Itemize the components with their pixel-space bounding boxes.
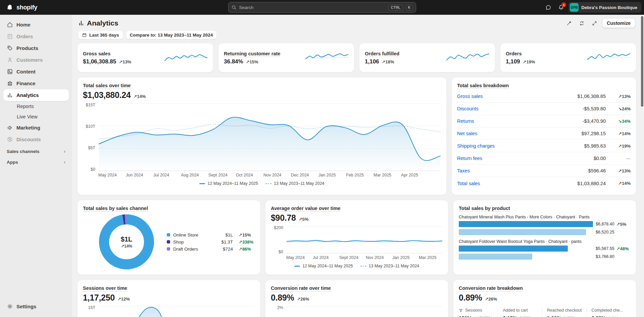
- x-axis-label: Jun 2024: [126, 173, 143, 177]
- card-title: Conversion rate over time: [271, 285, 331, 292]
- metric-value: 0.89%: [459, 293, 482, 303]
- sidebar-item-marketing[interactable]: Marketing: [3, 122, 69, 134]
- insights-button[interactable]: [564, 18, 574, 28]
- chat-button[interactable]: [543, 2, 554, 13]
- shopify-wordmark: shopify: [16, 4, 37, 11]
- search-input[interactable]: [239, 5, 386, 10]
- table-row: Total sales$1,03,880.24↗14%: [457, 177, 631, 190]
- filter-bar: Last 365 days Compare to: 13 May 2023–11…: [78, 31, 635, 39]
- x-axis: May 2024Jun 2024Jul 2024Aug 2024Sept 202…: [98, 173, 441, 179]
- notifications-button[interactable]: 1: [556, 2, 566, 13]
- aov-line-chart: [286, 225, 443, 254]
- kpi-card-orders[interactable]: Orders 1,109↗19%: [500, 43, 636, 72]
- global-search[interactable]: CTRL K: [228, 2, 416, 13]
- kpi-card-gross-sales[interactable]: Gross sales $1,06,308.85↗13%: [78, 43, 213, 72]
- metric-value: 0.89%: [271, 293, 294, 303]
- product-label: Chatoyant Mineral Wash Plus Pants - More…: [459, 215, 631, 219]
- sidebar-group-sales-channels[interactable]: Sales channels ›: [3, 145, 69, 156]
- x-axis-label: Dec 2024: [291, 173, 309, 177]
- sidebar-item-label: Home: [16, 22, 31, 28]
- conversion-funnel: Sessions 100%1,17,250 Added to cart 3.15…: [459, 308, 631, 317]
- legend-swatch: [167, 247, 170, 251]
- current-period-swatch: [294, 266, 300, 267]
- date-range-filter[interactable]: Last 365 days: [78, 31, 123, 39]
- cell-value: -$5,539.80: [583, 106, 606, 111]
- card-title: Total sales by product: [459, 206, 510, 212]
- breakdown-table: Gross sales$1,06,308.85↗13% Discounts-$5…: [457, 90, 631, 190]
- x-axis-label: Nov 2024: [366, 255, 384, 260]
- orders-icon: [7, 33, 13, 40]
- sidebar-item-reports[interactable]: Reports: [3, 101, 69, 111]
- conversion-rate-breakdown-card: Conversion rate breakdown 0.89%↗26% Sess…: [453, 280, 636, 317]
- legend-label: Shop: [173, 240, 214, 245]
- sidebar-group-label: Sales channels: [7, 149, 40, 154]
- kpi-card-returning-customer-rate[interactable]: Returning customer rate 36.84%↗15%: [218, 43, 354, 72]
- fullscreen-button[interactable]: [589, 18, 599, 28]
- chat-icon: [545, 4, 551, 10]
- sidebar-item-label: Settings: [16, 304, 36, 309]
- sparkline-chart: [305, 51, 349, 64]
- sidebar-item-label: Customers: [16, 57, 43, 63]
- cell-delta: ↗19%: [606, 144, 631, 149]
- insights-icon: [566, 20, 572, 26]
- legend-item: Draft Orders $724 ↗86%: [167, 247, 255, 252]
- metric-link[interactable]: Total sales: [457, 181, 577, 186]
- sidebar-item-analytics[interactable]: Analytics: [3, 89, 69, 101]
- metric-link[interactable]: Gross sales: [457, 94, 577, 99]
- cell-value: -$3,470.90: [583, 118, 606, 124]
- calendar-icon: [82, 33, 87, 38]
- metric-link[interactable]: Return fees: [457, 156, 594, 161]
- analytics-icon: [7, 92, 13, 98]
- previous-period-swatch: [265, 183, 271, 184]
- total-sales-breakdown-card: Total sales breakdown Gross sales$1,06,3…: [452, 77, 636, 195]
- metric-delta: ↗5%: [299, 217, 309, 222]
- kpi-row: Gross sales $1,06,308.85↗13% Returning c…: [78, 43, 636, 72]
- metric-link[interactable]: Net sales: [457, 131, 581, 136]
- metric-link[interactable]: Taxes: [457, 168, 588, 173]
- kpi-delta: ↗15%: [246, 59, 258, 64]
- metric-link[interactable]: Discounts: [457, 106, 583, 111]
- x-axis-label: Nov 2024: [263, 173, 282, 177]
- x-axis-label: Jan 2025: [392, 255, 409, 260]
- sidebar-item-content[interactable]: Content: [3, 66, 69, 77]
- bar-delta: ↗5%: [616, 222, 627, 227]
- fullscreen-icon: [592, 20, 597, 26]
- sidebar-group-label: Apps: [7, 160, 18, 165]
- product-label: Chatoyant Foldover Waist Bootcut Yoga Pa…: [459, 239, 631, 244]
- sidebar-item-label: Analytics: [16, 92, 39, 98]
- chevron-right-icon: ›: [64, 149, 65, 154]
- sidebar-item-finance[interactable]: Finance: [3, 77, 69, 89]
- compare-filter[interactable]: Compare to: 13 May 2023–11 May 2024: [126, 31, 217, 39]
- sidebar-item-products[interactable]: Products: [3, 42, 69, 54]
- sidebar-item-customers[interactable]: Customers: [3, 54, 69, 66]
- kpi-card-orders-fulfilled[interactable]: Orders fulfilled 1,106↗18%: [359, 43, 495, 72]
- sidebar-item-home[interactable]: Home: [3, 19, 69, 31]
- y-axis: 2% 1.5% 1% 0.5% 0%: [271, 305, 286, 317]
- cell-delta: —: [606, 156, 631, 161]
- refresh-button[interactable]: [577, 18, 587, 28]
- current-period-swatch: [199, 183, 205, 184]
- bar-value: $3,766.80: [596, 254, 614, 259]
- customize-button[interactable]: Customize: [602, 18, 635, 28]
- shopify-logo[interactable]: shopify: [6, 3, 37, 11]
- current-period-bar: [459, 246, 568, 252]
- finance-icon: [7, 80, 13, 87]
- metric-link[interactable]: Shipping charges: [457, 143, 584, 149]
- sidebar-item-orders[interactable]: Orders: [3, 31, 69, 42]
- legend-swatch: [167, 240, 170, 244]
- sidebar-item-live-view[interactable]: Live View: [3, 111, 69, 122]
- metric-value: $1,03,880.24: [83, 90, 131, 100]
- sparkline-chart: [587, 51, 631, 64]
- sidebar-group-apps[interactable]: Apps ›: [3, 156, 69, 167]
- sidebar-subitem-label: Reports: [17, 104, 34, 109]
- legend-delta: ↗86%: [236, 247, 255, 252]
- metric-value: 1,17,250: [83, 293, 115, 303]
- vertical-scrollbar[interactable]: [641, 16, 643, 107]
- sidebar-subitem-label: Live View: [17, 114, 38, 119]
- store-menu[interactable]: DPB Debra's Passion Boutique: [568, 2, 641, 13]
- card-title: Sessions over time: [83, 285, 127, 292]
- legend-item: Online Store $1L ↗15%: [167, 232, 255, 237]
- sidebar-item-settings[interactable]: Settings: [3, 301, 69, 312]
- sidebar-item-discounts[interactable]: Discounts: [3, 134, 69, 145]
- metric-link[interactable]: Returns: [457, 118, 583, 124]
